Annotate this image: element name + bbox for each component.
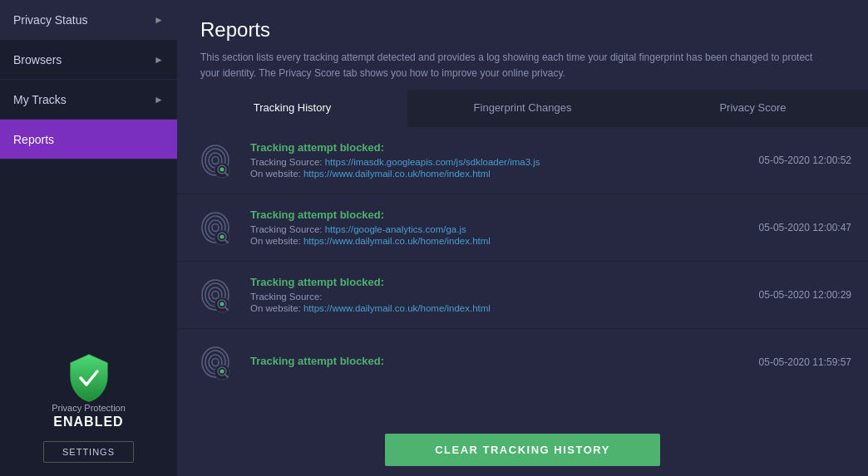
- chevron-right-icon: ►: [154, 14, 164, 26]
- sidebar-item-label: Reports: [13, 133, 54, 146]
- tracking-item-title: Tracking attempt blocked:: [250, 209, 722, 221]
- sidebar-item-browsers[interactable]: Browsers►: [0, 40, 177, 80]
- source-link[interactable]: https://google-analytics.com/ga.js: [325, 224, 466, 234]
- privacy-protection-label: Privacy Protection: [52, 403, 126, 413]
- source-link[interactable]: https://imasdk.googleapis.com/js/sdkload…: [325, 157, 540, 167]
- tracking-website-row: On website: https://www.dailymail.co.uk/…: [250, 236, 722, 246]
- fingerprint-icon: [194, 341, 237, 384]
- clear-btn-wrap: CLEAR TRACKING HISTORY: [177, 424, 868, 476]
- page-title: Reports: [200, 18, 845, 42]
- tracking-item-timestamp: 05-05-2020 12:00:52: [735, 155, 851, 166]
- tracking-item-content: Tracking attempt blocked:Tracking Source…: [250, 141, 722, 180]
- tracking-item-title: Tracking attempt blocked:: [250, 276, 722, 288]
- shield-icon: [67, 353, 111, 396]
- fingerprint-icon: [194, 139, 237, 182]
- fingerprint-icon: [194, 273, 237, 317]
- chevron-right-icon: ►: [154, 54, 164, 66]
- page-description: This section lists every tracking attemp…: [200, 50, 832, 81]
- tracking-item-content: Tracking attempt blocked:Tracking Source…: [250, 276, 722, 315]
- main-content: Reports This section lists every trackin…: [177, 0, 868, 476]
- tracking-item: Tracking attempt blocked:Tracking Source…: [177, 127, 868, 194]
- tracking-website-row: On website: https://www.dailymail.co.uk/…: [250, 169, 722, 179]
- tracking-source-row: Tracking Source:: [250, 292, 722, 302]
- website-link[interactable]: https://www.dailymail.co.uk/home/index.h…: [303, 236, 491, 246]
- tracking-item: Tracking attempt blocked:Tracking Source…: [177, 262, 868, 329]
- main-header: Reports This section lists every trackin…: [177, 0, 868, 90]
- tracking-item-content: Tracking attempt blocked:Tracking Source…: [250, 209, 722, 248]
- tracking-item: Tracking attempt blocked: 05-05-2020 11:…: [177, 329, 868, 395]
- sidebar-item-label: My Tracks: [13, 93, 67, 106]
- tracking-list: Tracking attempt blocked:Tracking Source…: [177, 127, 868, 424]
- svg-point-3: [212, 157, 219, 164]
- sidebar: Privacy Status►Browsers►My Tracks►Report…: [0, 0, 177, 476]
- fingerprint-icon: [194, 206, 237, 249]
- svg-point-27: [212, 359, 219, 366]
- svg-point-31: [220, 370, 224, 374]
- sidebar-item-label: Browsers: [13, 53, 62, 66]
- settings-button[interactable]: SETTINGS: [43, 441, 134, 463]
- clear-tracking-history-button[interactable]: CLEAR TRACKING HISTORY: [385, 434, 660, 466]
- sidebar-item-my-tracks[interactable]: My Tracks►: [0, 80, 177, 120]
- enabled-label: ENABLED: [53, 415, 123, 429]
- svg-point-23: [220, 302, 224, 307]
- sidebar-bottom: Privacy Protection ENABLED SETTINGS: [0, 336, 177, 476]
- svg-point-15: [220, 235, 224, 239]
- tab-tracking-history[interactable]: Tracking History: [177, 90, 407, 127]
- sidebar-item-label: Privacy Status: [13, 13, 87, 27]
- tracking-source-row: Tracking Source: https://imasdk.googleap…: [250, 157, 722, 167]
- tracking-item-title: Tracking attempt blocked:: [250, 355, 722, 367]
- sidebar-item-privacy-status[interactable]: Privacy Status►: [0, 0, 177, 40]
- svg-point-19: [212, 292, 219, 299]
- tracking-item-timestamp: 05-05-2020 12:00:47: [735, 222, 851, 233]
- tracking-website-row: On website: https://www.dailymail.co.uk/…: [250, 303, 722, 313]
- tracking-item-content: Tracking attempt blocked:: [250, 355, 722, 370]
- tracking-item: Tracking attempt blocked:Tracking Source…: [177, 194, 868, 262]
- sidebar-item-reports[interactable]: Reports: [0, 120, 177, 159]
- svg-point-11: [212, 224, 219, 232]
- tracking-item-timestamp: 05-05-2020 11:59:57: [735, 356, 851, 368]
- chevron-right-icon: ►: [154, 94, 164, 106]
- website-link[interactable]: https://www.dailymail.co.uk/home/index.h…: [303, 303, 491, 313]
- tracking-item-timestamp: 05-05-2020 12:00:29: [735, 289, 851, 301]
- tab-fingerprint-changes[interactable]: Fingerprint Changes: [407, 90, 638, 127]
- tracking-source-row: Tracking Source: https://google-analytic…: [250, 224, 722, 234]
- tracking-item-title: Tracking attempt blocked:: [250, 141, 722, 154]
- tab-privacy-score[interactable]: Privacy Score: [638, 90, 868, 127]
- tabs-bar: Tracking HistoryFingerprint ChangesPriva…: [177, 90, 868, 127]
- svg-point-7: [220, 168, 224, 172]
- website-link[interactable]: https://www.dailymail.co.uk/home/index.h…: [303, 169, 491, 179]
